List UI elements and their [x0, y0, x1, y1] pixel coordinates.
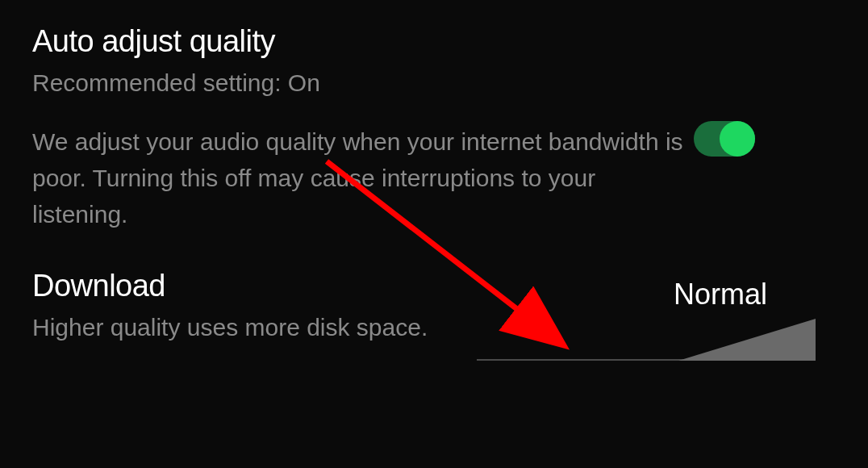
- download-value-selector[interactable]: Normal: [477, 278, 816, 361]
- auto-adjust-toggle[interactable]: [694, 121, 755, 157]
- toggle-knob-icon: [720, 121, 755, 157]
- download-quality-setting: Download Higher quality uses more disk s…: [32, 269, 836, 345]
- auto-adjust-row: Auto adjust quality Recommended setting:…: [32, 24, 836, 232]
- auto-adjust-quality-setting: Auto adjust quality Recommended setting:…: [32, 24, 836, 232]
- quality-slider-icon: [477, 316, 816, 361]
- auto-adjust-subtitle: Recommended setting: On: [32, 65, 694, 101]
- download-value-label: Normal: [477, 278, 767, 311]
- auto-adjust-title: Auto adjust quality: [32, 24, 694, 59]
- download-text: Download Higher quality uses more disk s…: [32, 269, 452, 345]
- auto-adjust-toggle-container: [694, 121, 755, 157]
- auto-adjust-description: We adjust your audio quality when your i…: [32, 123, 694, 232]
- download-title: Download: [32, 269, 452, 303]
- download-row: Download Higher quality uses more disk s…: [32, 269, 836, 345]
- download-subtitle: Higher quality uses more disk space.: [32, 310, 452, 345]
- auto-adjust-text: Auto adjust quality Recommended setting:…: [32, 24, 694, 232]
